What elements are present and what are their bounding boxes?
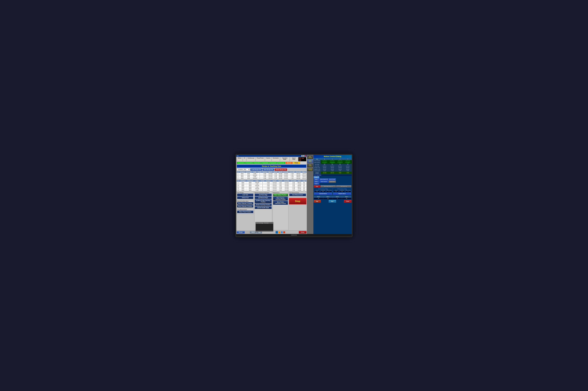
ipc-setting-button[interactable]: IPCSetting	[307, 155, 313, 159]
test-probe-driver-button[interactable]: Test Probe Driver 19	[321, 185, 336, 187]
move-probe-calibration-button[interactable]: Move Probe Calibration Position	[273, 201, 288, 205]
col2-groundbt: GroundBt	[283, 180, 290, 182]
fiducial-title: Fiducal Position Move	[237, 201, 253, 202]
delete-recipe-button[interactable]: Delete Recipe File	[275, 168, 287, 171]
axis-y-button[interactable]: Axis Y	[314, 179, 319, 180]
close-window-button[interactable]: ×	[305, 155, 306, 157]
abs-velocity-group: Velocity	[314, 190, 320, 192]
move-camera-teaching-button[interactable]: Move Camera Teaching Position	[273, 197, 288, 200]
motion-row-positive-limit: Positive Limit NormalNormalNormalNormal	[313, 167, 352, 168]
move-safety-position-button[interactable]: Move Safety Position	[273, 194, 288, 196]
jog-buttons: Jog - Jog + Close	[313, 200, 352, 203]
motion-action-buttons: Home Search All Home Search	[320, 178, 328, 183]
abs-velocity-label: Velocity	[314, 190, 320, 191]
tool-change-title: Tool Change	[237, 192, 253, 193]
col2-distance: Distance	[265, 180, 271, 182]
app-icon[interactable]	[279, 231, 280, 233]
data-table-1-wrapper: NO NetSignal NetGround Angle ToolNo Dist…	[237, 171, 306, 179]
nav-operation-mode[interactable]: Operation Mode	[280, 157, 290, 161]
unlock-tool-button[interactable]: Unlock Tool	[237, 196, 253, 199]
title-bar: ■ ■ _ □ ×	[236, 155, 307, 157]
rel-velocity-input[interactable]	[333, 191, 339, 192]
monitor-brand: SAMSUNG	[236, 234, 352, 236]
get-oscillo-scale-button[interactable]: [5] Get Oscillo Scale	[255, 206, 272, 209]
clock-display: 11:34 32	[298, 157, 306, 161]
nav-io[interactable]: IO	[243, 157, 246, 161]
abs-target-input[interactable]	[326, 191, 332, 192]
get-probe-cal-button[interactable]: Get Probe Cal	[336, 185, 351, 187]
status-piezo: Connected	[261, 162, 269, 164]
axis-x-button[interactable]: Axis X	[314, 176, 319, 178]
abs-acceleration-input[interactable]	[320, 191, 326, 192]
clear-error-button[interactable]: Clear Error	[329, 181, 336, 183]
data-table-2: NO NetSignal NetGround Angle ToolNo Dist…	[237, 180, 306, 191]
get-teaching-position-button[interactable]: [4] Get Teaching Position	[255, 203, 272, 206]
move-fiducial1-button[interactable]: Move Fiducial 1 Position	[237, 202, 253, 205]
move-fiducial2-button[interactable]: Move Fiducial 2 Position	[237, 205, 253, 207]
nav-motion[interactable]: Motion	[237, 157, 242, 161]
jog-col-axis-z: Axis Z	[333, 196, 342, 197]
piezo-dialog-button[interactable]: PiezoDialog	[307, 163, 313, 167]
move-probe-teaching-button[interactable]: [3] Move Probe Teaching Position	[255, 199, 272, 203]
nav-oscilloscope[interactable]: Oscilloscope	[246, 157, 255, 161]
motion-row-current-position: Current Position 163.938200.4435.8000.00…	[313, 172, 352, 174]
close-main-button[interactable]: Close	[299, 231, 306, 234]
data-table-2-wrapper: NO NetSignal NetGround Angle ToolNo Dist…	[237, 180, 306, 191]
windows-button[interactable]	[276, 231, 278, 233]
table-row: 3NoneNone-0.00010.250-114.5757.735-46.50…	[237, 176, 306, 177]
load-recipe-button[interactable]: Load Recipe File	[250, 168, 262, 171]
abs-velocity-input[interactable]	[314, 191, 320, 192]
col2-netground: NetGround	[246, 180, 254, 182]
nav-illumination[interactable]: Illumination	[272, 157, 280, 161]
table-row: 12NoneNone-180.00010.250-114.575-7.735-1…	[237, 188, 306, 190]
save-recipe-button[interactable]: Save Recipe File	[263, 168, 274, 171]
jog-negative-button[interactable]: Jog -	[314, 200, 321, 202]
minimize-button[interactable]: _	[301, 155, 303, 157]
recipe-tab[interactable]: Recipe	[237, 231, 245, 233]
motion-row-home: Home Search Home Search DoneHome Search …	[313, 162, 352, 164]
nav-piezo[interactable]: Piezo(Probe)	[256, 157, 265, 161]
probe-align-button[interactable]: [1] Probe Align	[255, 194, 272, 196]
nav-bar: Motion IO Oscilloscope Piezo(Probe) Came…	[236, 157, 307, 162]
home-search-button[interactable]: Home Search	[320, 181, 328, 183]
nav-signal-tower[interactable]: Signal Tower	[290, 157, 298, 161]
motion-servo-buttons: Servo On/Off Clear Error	[329, 178, 336, 183]
stop-button[interactable]: Stop	[289, 198, 306, 204]
motion-dialog-title: Motion Control Dialog	[313, 155, 352, 158]
screen: ■ ■ _ □ × Motion IO Oscilloscope Piezo(P…	[236, 155, 352, 234]
absolute-move-button[interactable]: Absolute Move	[314, 193, 332, 195]
motion-row-servo: Servo Enable Servo OnServo OnServo OnSer…	[313, 160, 352, 162]
status-oscilloscope: Connected	[253, 162, 261, 164]
absolute-move-inputs: Velocity Acceleration Target Position	[314, 190, 332, 192]
rel-velocity-group: Velocity	[333, 190, 339, 192]
auto-measurement-button[interactable]: Auto Measurement	[289, 194, 306, 196]
col2-groundbf: GroundBf	[290, 180, 297, 182]
rel-velocity-label: Velocity	[333, 190, 339, 191]
jog-positive-button[interactable]: Jog +	[329, 200, 336, 202]
axis-t-button[interactable]: Axis T	[314, 183, 319, 185]
home-search-all-button[interactable]: Home Search All	[320, 178, 328, 180]
picoscope-dialog-button[interactable]: PicoScope Dialog	[307, 168, 313, 171]
maximize-button[interactable]: □	[303, 155, 304, 157]
axis-selection-title: Axis Selection	[313, 174, 352, 176]
relative-move-button[interactable]: Relative Move	[333, 193, 351, 195]
motion-dialog-button[interactable]: MotionDialog	[307, 159, 313, 163]
popup-close-icon[interactable]: ×	[272, 222, 273, 223]
rel-acceleration-input[interactable]	[339, 191, 345, 192]
col2-judge: Judge	[302, 180, 306, 182]
data-table-1: NO NetSignal NetGround Angle ToolNo Dist…	[237, 171, 306, 179]
app-icon-3[interactable]	[283, 231, 285, 233]
app-icon-2[interactable]	[281, 231, 283, 233]
nav-camera[interactable]: Camera	[265, 157, 272, 161]
axis-z-button[interactable]: Axis Z	[314, 181, 319, 183]
rel-target-input[interactable]	[345, 191, 351, 192]
stop-motion-button[interactable]: Stop	[314, 185, 320, 188]
motion-row-axis-state: Axis State IdleIdleIdleIdle	[313, 164, 352, 165]
servo-on-off-button[interactable]: Servo On/Off	[329, 178, 336, 180]
recipe-select[interactable]: Exhibition_Strip	[237, 169, 250, 171]
move-probe-position-button[interactable]: Move Probe Position	[237, 211, 253, 213]
fiducial-align-button[interactable]: [2] Fiducial Align	[255, 196, 272, 199]
lock-tool-button[interactable]: Lock Tool	[237, 194, 253, 196]
auto-measurement-right-panel: Auto Measurement Auto Measurement	[289, 192, 306, 197]
close-motion-button[interactable]: Close	[344, 200, 351, 202]
